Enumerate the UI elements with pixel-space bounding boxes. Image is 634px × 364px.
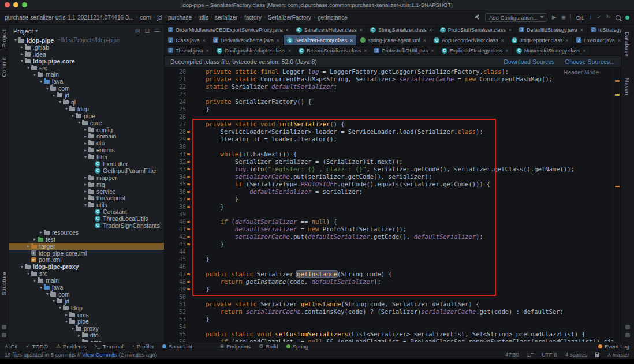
chevron-right-icon[interactable]: ▸ — [83, 182, 88, 187]
line-number-53[interactable]: 53 — [165, 316, 191, 323]
line-number-32[interactable]: 32 — [165, 158, 191, 166]
code-line-23[interactable] — [191, 91, 613, 98]
tree-item-fxmfilter[interactable]: FxmFilter — [9, 160, 164, 167]
caret-position-widget[interactable]: 47:30 — [505, 351, 519, 358]
breadcrumb-item-purchase[interactable]: purchase — [168, 14, 192, 21]
tab-class-java[interactable]: Class.java× — [165, 35, 210, 45]
line-number-21[interactable]: 21 — [165, 76, 191, 83]
tab-serializershelper-class[interactable]: SerializersHelper.class× — [293, 25, 367, 35]
tool-window-button-problems[interactable]: ⚠Problems — [56, 343, 86, 350]
tree-item-com[interactable]: ▾com — [9, 85, 164, 92]
line-number-31[interactable]: 31 — [165, 151, 191, 158]
code-line-46[interactable] — [191, 263, 613, 271]
code-line-45[interactable]: } — [191, 256, 613, 263]
line-number-46[interactable]: 46 — [165, 263, 191, 271]
hide-panel-icon[interactable]: — — [154, 28, 160, 34]
line-number-27[interactable]: 27 — [165, 121, 191, 128]
tree-item-config[interactable]: ▸config — [9, 126, 164, 133]
tab-close-icon[interactable]: × — [360, 27, 363, 33]
tab-jmqreporter-class[interactable]: JmqReporter.class× — [508, 35, 573, 45]
tab-thread-java[interactable]: Thread.java× — [165, 46, 213, 55]
tab-explicitidstrategy-class[interactable]: ExplicitIdStrategy.class× — [438, 46, 513, 55]
chevron-right-icon[interactable]: ▸ — [83, 189, 88, 194]
code-line-44[interactable] — [191, 248, 613, 256]
tree-item-jd[interactable]: ▾jd — [9, 298, 164, 305]
line-number-20[interactable]: 20 — [165, 68, 191, 76]
tree-item-getinputparamfilter[interactable]: GetInputParamFilter — [9, 167, 164, 174]
tab-executor-java[interactable]: Executor.java× — [573, 35, 621, 45]
code-line-41[interactable]: defaultSerializer = new ProtoStuffSerial… — [191, 226, 613, 233]
line-number-44[interactable]: 44 — [165, 248, 191, 256]
line-number-30[interactable]: 30 — [165, 143, 191, 151]
line-number-22[interactable]: 22 — [165, 83, 191, 91]
tree-item-idea[interactable]: ▸.idea — [9, 51, 164, 58]
tool-stripe-icon[interactable] — [625, 325, 630, 329]
chevron-right-icon[interactable]: ▸ — [38, 230, 44, 235]
line-number-39[interactable]: 39 — [165, 211, 191, 218]
code-line-28[interactable]: ServiceLoader<Serializer> loader = Servi… — [191, 128, 613, 136]
tool-window-button-terminal[interactable]: >_Terminal — [94, 343, 123, 350]
tab-close-icon[interactable]: × — [430, 27, 432, 33]
error-stripe-mark[interactable] — [615, 80, 620, 82]
chevron-right-icon[interactable]: ▸ — [19, 51, 25, 57]
chevron-down-icon[interactable]: ▾ — [25, 271, 31, 276]
chevron-right-icon[interactable]: ▸ — [76, 333, 82, 338]
collapse-all-icon[interactable]: ⊟ — [145, 28, 150, 34]
tab-recordserializers-class[interactable]: RecordSerializers.class× — [295, 46, 371, 55]
line-number-50[interactable]: 50 — [165, 293, 191, 301]
tree-item-filter[interactable]: ▾filter — [9, 153, 164, 160]
line-number-23[interactable]: 23 — [165, 91, 191, 98]
line-number-54[interactable]: 54 — [165, 323, 191, 331]
code-line-30[interactable] — [191, 143, 613, 151]
tree-item-pipe[interactable]: ▾pipe — [9, 318, 164, 325]
chevron-down-icon[interactable]: ▾ — [35, 28, 38, 33]
tab-numericidstrategy-class[interactable]: NumericIdStrategy.class× — [513, 46, 590, 55]
chevron-down-icon[interactable]: ▾ — [83, 155, 88, 160]
tree-item-ldop[interactable]: ▾ldop — [9, 305, 164, 312]
line-number-38[interactable]: 38 — [165, 203, 191, 211]
line-separator-widget[interactable]: LF — [527, 351, 534, 358]
tab-close-icon[interactable]: × — [423, 37, 426, 43]
chevron-down-icon[interactable]: ▾ — [25, 65, 31, 70]
tool-stripe-icon[interactable] — [2, 333, 6, 337]
chevron-down-icon[interactable]: ▾ — [83, 202, 88, 208]
tool-stripe-structure[interactable]: Structure — [1, 272, 7, 295]
chevron-down-icon[interactable]: ▾ — [44, 291, 50, 297]
code-line-34[interactable]: serializerCache.put(serializer.getCode()… — [191, 173, 613, 181]
chevron-down-icon[interactable]: ▾ — [57, 99, 63, 104]
line-number-36[interactable]: 36 — [165, 188, 191, 196]
tab-protostuffioutil-java[interactable]: ProtostuffIOUtil.java× — [371, 46, 438, 55]
breadcrumb-item-getinstance[interactable]: getInstance — [318, 14, 348, 21]
minimize-window-button[interactable] — [13, 2, 18, 7]
editor-scrollbar[interactable] — [613, 67, 621, 342]
tool-window-button-build[interactable]: ⚙Build — [259, 343, 278, 350]
tree-item-jd[interactable]: ▾jd — [9, 92, 164, 99]
tool-window-button-endpoints[interactable]: ⊕Endpoints — [220, 343, 251, 350]
line-number-33[interactable]: 33 — [165, 166, 191, 173]
chevron-down-icon[interactable]: ▾ — [51, 298, 57, 303]
tree-item-service[interactable]: ▸service — [9, 188, 164, 195]
line-number-34[interactable]: 34 — [165, 173, 191, 181]
tab-close-icon[interactable]: × — [431, 48, 434, 54]
line-number-26[interactable]: 26 — [165, 113, 191, 121]
code-line-43[interactable]: } — [191, 241, 613, 248]
code-line-33[interactable]: log.info("register: {} , clazz : {}", se… — [191, 166, 613, 173]
chevron-right-icon[interactable]: ▸ — [25, 243, 31, 249]
chevron-down-icon[interactable]: ▾ — [38, 285, 44, 290]
line-number-28[interactable]: 28 — [165, 128, 191, 136]
debug-icon[interactable]: ◉ — [561, 14, 566, 20]
chevron-down-icon[interactable]: ▾ — [64, 319, 69, 324]
tab-protostuffserializer-class[interactable]: ProtoStuffSerializer.class× — [437, 25, 516, 35]
tree-item-main[interactable]: ▾main — [9, 71, 164, 78]
chevron-down-icon[interactable]: ▾ — [38, 79, 44, 84]
tool-stripe-maven[interactable]: Maven — [624, 78, 631, 95]
run-configuration-select[interactable]: Add Configuration... ▾ — [485, 13, 547, 22]
line-number-25[interactable]: 25 — [165, 106, 191, 113]
line-number-51[interactable]: 51 — [165, 301, 191, 308]
breadcrumb-item-utils[interactable]: utils — [198, 14, 208, 21]
tree-item-java[interactable]: ▾java — [9, 78, 164, 85]
chevron-right-icon[interactable]: ▸ — [83, 175, 88, 180]
tool-stripe-icon[interactable] — [625, 333, 630, 337]
chevron-right-icon[interactable]: ▸ — [83, 134, 88, 139]
tree-item-constant[interactable]: Constant — [9, 208, 164, 215]
